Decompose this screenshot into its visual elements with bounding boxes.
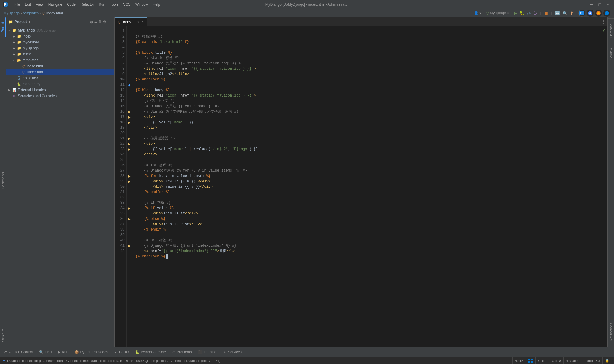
breadcrumb-templates[interactable]: templates (23, 11, 39, 15)
tab-label: index.html (123, 20, 139, 24)
right-tab-database[interactable]: Database (608, 18, 614, 42)
folder-icon-index: 📁 (17, 34, 21, 39)
status-position[interactable]: 42:15 (512, 357, 526, 364)
tool-terminal[interactable]: ⬛ Terminal (195, 347, 220, 357)
add-icon[interactable]: ⊕ (90, 19, 93, 24)
menu-file[interactable]: File (12, 1, 22, 8)
menu-help[interactable]: Help (150, 1, 163, 8)
tool-problems[interactable]: ⚠ Problems (169, 347, 195, 357)
env-selector[interactable]: ⬡ MyDjango ▾ (486, 11, 509, 15)
tool-run[interactable]: ▶ Run (55, 347, 71, 357)
breadcrumb-project[interactable]: MyDjango (4, 11, 20, 15)
status-indent[interactable]: 4 spaces (563, 357, 582, 364)
minimize-button[interactable]: ─ (588, 2, 595, 7)
tool-todo[interactable]: ✓ TODO (111, 347, 132, 357)
settings-icon[interactable]: ⚙ (103, 19, 107, 24)
svg-point-8 (597, 12, 600, 14)
window-title: MyDjango [D:\MyDjango] - index.html - Ad… (265, 2, 349, 7)
status-language[interactable]: Python 3.8 (582, 357, 602, 364)
left-tab-structure[interactable]: Structure (0, 324, 6, 347)
tree-item-external-libraries[interactable]: ▶ 📊 External Libraries (6, 87, 114, 93)
tree-item-static[interactable]: ▶ 📁 static (6, 51, 114, 57)
editor-area: ⬡ index.html ✕ ⋮ ✓ 12345 678910 11121314… (115, 17, 607, 347)
tree-item-basehtml[interactable]: ⬡ base.html (6, 63, 114, 69)
menu-edit[interactable]: Edit (22, 1, 33, 8)
find-icon: 🔍 (39, 350, 43, 354)
tree-item-scratches[interactable]: ✏ Scratches and Consoles (6, 93, 114, 99)
tool-version-control[interactable]: ⎇ Version Control (0, 347, 36, 357)
menu-refactor[interactable]: Refactor (78, 1, 96, 8)
menu-view[interactable]: View (33, 1, 46, 8)
user-icon[interactable]: 👤 ▾ (474, 11, 481, 15)
code-editor[interactable]: ✓ 12345 678910 1112131415 1617181920 212… (115, 26, 607, 347)
external-lib-icon: 📊 (12, 88, 17, 92)
tab-indexhtml[interactable]: ⬡ index.html ✕ (115, 17, 147, 26)
gutter-area: · · · · · · · · · · ◆ · · · · ▶ ▶ ▶ · · (127, 26, 132, 347)
status-db-icon: 🗄 (2, 359, 6, 363)
problems-label: Problems (177, 350, 192, 354)
green-checkmark: ✓ (602, 27, 606, 33)
edge-icon[interactable] (603, 10, 610, 17)
tree-item-mydjango-sub[interactable]: ▶ 📁 MyDjango (6, 45, 114, 51)
close-sidebar-icon[interactable]: — (108, 19, 112, 24)
run-button[interactable]: ▶ (514, 10, 517, 16)
translate-button[interactable]: 🔤 (555, 11, 560, 15)
main-area: Project Bookmarks Structure 📁 Project ▾ … (0, 17, 614, 347)
menu-tools[interactable]: Tools (108, 1, 121, 8)
svg-rect-10 (528, 359, 530, 360)
tool-python-packages[interactable]: 📦 Python Packages (71, 347, 111, 357)
menu-bar: P File Edit View Navigate Code Refactor … (0, 0, 614, 9)
collapse-all-icon[interactable]: ≡ (94, 19, 97, 24)
menu-code[interactable]: Code (65, 1, 78, 8)
search-button[interactable]: 🔍 (562, 11, 568, 15)
status-encoding[interactable]: CRLF (535, 357, 549, 364)
tree-item-mydefined[interactable]: ▶ 📁 mydefined (6, 39, 114, 45)
tree-item-templates[interactable]: ▾ 📂 templates (6, 57, 114, 63)
expand-icon[interactable]: ⇅ (98, 19, 102, 24)
coverage-button[interactable]: ◎ (527, 11, 531, 15)
menu-window[interactable]: Window (133, 1, 150, 8)
menu-navigate[interactable]: Navigate (46, 1, 65, 8)
tree-item-db[interactable]: 🗄 db.sqlite3 (6, 75, 114, 81)
code-content[interactable]: {# 模板继承 #} {% extends 'base.html' %} {% … (132, 26, 607, 347)
menu-run[interactable]: Run (96, 1, 108, 8)
dropdown-arrow[interactable]: ▾ (29, 20, 30, 24)
tool-services[interactable]: ⚙ Services (220, 347, 245, 357)
html-file-icon-base: ⬡ (21, 64, 26, 69)
svg-rect-13 (531, 361, 533, 363)
pycharm-icon[interactable]: P (578, 10, 585, 17)
status-charset[interactable]: UTF-8 (549, 357, 563, 364)
left-tab-project[interactable]: Project (0, 17, 6, 37)
py-file-icon-manage: 🐍 (17, 82, 21, 86)
tree-item-mydjango[interactable]: ▾ 📁 MyDjango D:\MyDjango (6, 27, 114, 33)
firefox-icon[interactable] (595, 10, 602, 17)
project-sidebar: 📁 Project ▾ ⊕ ≡ ⇅ ⚙ — ▾ 📁 MyDjango D:\My… (6, 17, 115, 347)
services-icon: ⚙ (223, 350, 227, 354)
folder-open-icon-templates: 📂 (17, 58, 21, 63)
close-button[interactable]: ✕ (604, 2, 612, 7)
terminal-label: Terminal (204, 350, 217, 354)
sidebar-header: 📁 Project ▾ ⊕ ≡ ⇅ ⚙ — (6, 17, 114, 26)
tree-item-managepy[interactable]: 🐍 manage.py (6, 81, 114, 87)
packages-icon: 📦 (74, 350, 79, 354)
tree-item-indexhtml[interactable]: ⬡ index.html (6, 69, 114, 75)
version-control-icon: ⎇ (3, 350, 7, 354)
profile-button[interactable]: ⏱ (533, 11, 537, 15)
tab-more-button[interactable]: ⋮ (599, 20, 607, 24)
breadcrumb: MyDjango › templates › ⬡ index.html 👤 ▾ … (0, 9, 614, 17)
tab-close-button[interactable]: ✕ (141, 20, 144, 24)
debug-button[interactable]: 🐛 (520, 11, 525, 15)
console-icon: 🐍 (135, 350, 139, 354)
right-tab-notifications[interactable]: Notifications (608, 318, 614, 346)
update-button[interactable]: ⬆ (570, 11, 573, 15)
terminal-icon: ⬛ (198, 350, 203, 354)
chrome-icon[interactable] (587, 10, 594, 17)
left-tab-bookmarks[interactable]: Bookmarks (0, 167, 6, 193)
right-tab-sciview[interactable]: SciView (608, 43, 614, 64)
tool-find[interactable]: 🔍 Find (36, 347, 55, 357)
stop-button[interactable]: ⏹ (544, 11, 548, 15)
menu-vcs[interactable]: VCS (121, 1, 133, 8)
maximize-button[interactable]: □ (597, 2, 603, 7)
tool-python-console[interactable]: 🐍 Python Console (132, 347, 169, 357)
tree-item-index[interactable]: ▶ 📁 index (6, 33, 114, 39)
